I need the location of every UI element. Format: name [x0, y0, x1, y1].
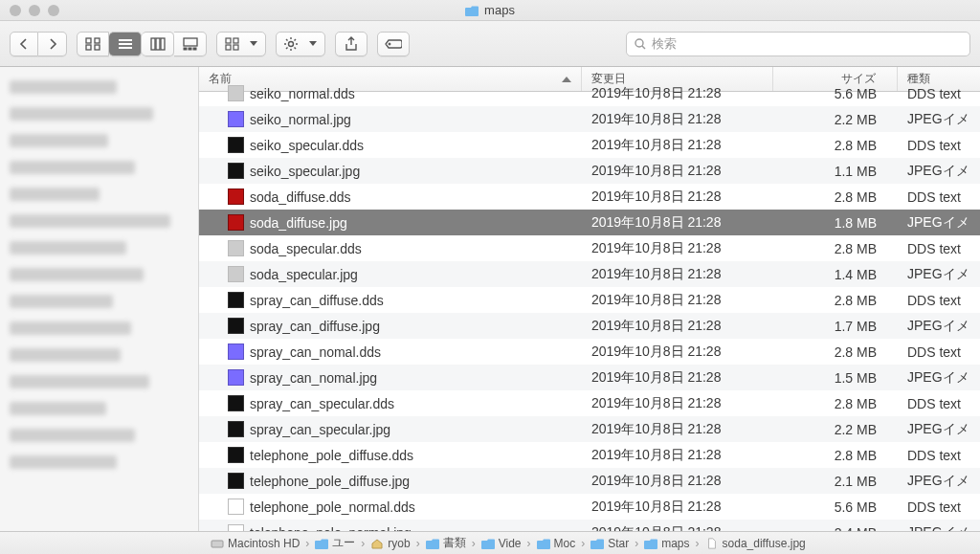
svg-point-27 [389, 43, 390, 45]
view-switcher [77, 32, 207, 56]
file-name: soda_specular.jpg [250, 267, 358, 282]
file-name: telephone_pole_normal.jpg [250, 525, 412, 532]
file-row[interactable]: soda_diffuse.jpg2019年10月8日 21:281.8 MBJP… [199, 210, 980, 235]
file-row[interactable]: spray_can_diffuse.dds2019年10月8日 21:282.8… [199, 287, 980, 313]
forward-button[interactable] [38, 32, 67, 56]
breadcrumb-item[interactable]: Macintosh HD [211, 537, 300, 550]
column-view-button[interactable] [142, 32, 174, 56]
folder-icon [644, 538, 657, 549]
sidebar-item[interactable] [10, 134, 189, 155]
breadcrumb-item[interactable]: maps [644, 537, 689, 550]
file-kind: DDS text [898, 344, 980, 360]
file-row[interactable]: telephone_pole_diffuse.jpg2019年10月8日 21:… [199, 468, 980, 494]
file-row[interactable]: seiko_specular.dds2019年10月8日 21:282.8 MB… [199, 132, 980, 158]
breadcrumb-separator-icon: › [527, 537, 531, 550]
sidebar-item[interactable] [10, 429, 189, 450]
file-kind: DDS text [898, 189, 980, 205]
sidebar-item[interactable] [10, 321, 189, 343]
sidebar-item[interactable] [10, 214, 189, 235]
file-size: 2.8 MB [773, 344, 898, 360]
file-size: 2.8 MB [773, 293, 898, 308]
file-kind: DDS text [898, 293, 980, 308]
file-date: 2019年10月8日 21:28 [582, 447, 773, 464]
file-date: 2019年10月8日 21:28 [582, 292, 773, 309]
file-thumbnail-icon [228, 85, 244, 101]
sidebar-item[interactable] [10, 107, 189, 128]
file-row[interactable]: soda_diffuse.dds2019年10月8日 21:282.8 MBDD… [199, 184, 980, 210]
back-button[interactable] [10, 32, 38, 56]
file-date: 2019年10月8日 21:28 [582, 473, 773, 490]
sidebar-item[interactable] [10, 295, 189, 316]
file-thumbnail-icon [228, 524, 244, 531]
sidebar-item[interactable] [10, 402, 189, 423]
file-date: 2019年10月8日 21:28 [582, 369, 773, 387]
file-kind: DDS text [898, 499, 980, 515]
file-size: 2.8 MB [773, 189, 898, 205]
file-row[interactable]: soda_specular.jpg2019年10月8日 21:281.4 MBJ… [199, 261, 980, 287]
svg-rect-7 [151, 38, 155, 50]
search-input[interactable]: 検索 [626, 32, 970, 56]
file-name: spray_can_specular.jpg [250, 422, 390, 437]
sidebar-item[interactable] [10, 375, 189, 396]
file-kind: JPEGイメ [898, 473, 980, 490]
file-date: 2019年10月8日 21:28 [582, 421, 773, 438]
sidebar-item[interactable] [10, 161, 189, 182]
file-kind: DDS text [898, 396, 980, 411]
file-size: 2.8 MB [773, 396, 898, 411]
file-thumbnail-icon [228, 318, 244, 334]
tags-button[interactable] [377, 32, 410, 56]
path-bar: Macintosh HD›ユー›ryob›書類›Vide›Moc›Star›ma… [0, 531, 980, 554]
file-kind: DDS text [898, 86, 980, 101]
file-row[interactable]: spray_can_diffuse.jpg2019年10月8日 21:281.7… [199, 313, 980, 339]
breadcrumb-item[interactable]: 書類 [426, 535, 466, 551]
file-row[interactable]: telephone_pole_normal.dds2019年10月8日 21:2… [199, 494, 980, 520]
list-view-button[interactable] [109, 32, 142, 56]
svg-line-29 [642, 46, 645, 49]
sidebar-item[interactable] [10, 80, 189, 101]
svg-rect-13 [193, 48, 196, 50]
breadcrumb-item[interactable]: soda_diffuse.jpg [705, 537, 806, 550]
group-by-dropdown[interactable] [216, 32, 266, 56]
breadcrumb-item[interactable]: ユー [315, 535, 355, 551]
file-kind: JPEGイメ [898, 214, 980, 232]
file-row[interactable]: seiko_normal.dds2019年10月8日 21:285.6 MBDD… [199, 80, 980, 106]
gallery-view-button[interactable] [174, 32, 207, 56]
sidebar-item[interactable] [10, 268, 189, 289]
action-dropdown[interactable] [276, 32, 325, 56]
svg-rect-1 [95, 38, 100, 43]
folder-icon [426, 538, 439, 549]
file-row[interactable]: telephone_pole_normal.jpg2019年10月8日 21:2… [199, 520, 980, 531]
sidebar-item[interactable] [10, 455, 189, 476]
file-name: seiko_normal.jpg [250, 112, 351, 127]
file-row[interactable]: soda_specular.dds2019年10月8日 21:282.8 MBD… [199, 235, 980, 261]
file-row[interactable]: telephone_pole_diffuse.dds2019年10月8日 21:… [199, 442, 980, 468]
breadcrumb-item[interactable]: Vide [481, 537, 522, 550]
file-thumbnail-icon [228, 137, 244, 153]
file-size: 5.6 MB [773, 86, 898, 101]
breadcrumb-item[interactable]: Moc [537, 537, 576, 550]
file-row[interactable]: spray_can_nomal.dds2019年10月8日 21:282.8 M… [199, 339, 980, 365]
file-name: spray_can_nomal.jpg [250, 370, 377, 386]
file-kind: JPEGイメ [898, 266, 980, 283]
icon-view-button[interactable] [77, 32, 109, 56]
file-date: 2019年10月8日 21:28 [582, 318, 773, 335]
file-thumbnail-icon [228, 369, 244, 386]
file-row[interactable]: spray_can_specular.jpg2019年10月8日 21:282.… [199, 416, 980, 442]
file-row[interactable]: spray_can_nomal.jpg2019年10月8日 21:281.5 M… [199, 365, 980, 390]
sidebar-item[interactable] [10, 241, 189, 262]
file-name: soda_diffuse.jpg [250, 215, 347, 231]
share-button[interactable] [335, 32, 368, 56]
file-size: 1.8 MB [773, 215, 898, 231]
breadcrumb-item[interactable]: Star [590, 537, 629, 550]
file-row[interactable]: seiko_normal.jpg2019年10月8日 21:282.2 MBJP… [199, 106, 980, 132]
file-rows: seiko_normal.dds2019年10月8日 21:285.6 MBDD… [199, 80, 980, 531]
svg-rect-12 [189, 48, 191, 50]
file-size: 1.4 MB [773, 267, 898, 282]
file-row[interactable]: spray_can_specular.dds2019年10月8日 21:282.… [199, 390, 980, 416]
sidebar-item[interactable] [10, 348, 189, 369]
breadcrumb-item[interactable]: ryob [370, 537, 410, 550]
sidebar-item[interactable] [10, 188, 189, 209]
file-row[interactable]: seiko_specular.jpg2019年10月8日 21:281.1 MB… [199, 158, 980, 184]
folder-icon [465, 5, 479, 16]
svg-rect-10 [184, 38, 197, 46]
